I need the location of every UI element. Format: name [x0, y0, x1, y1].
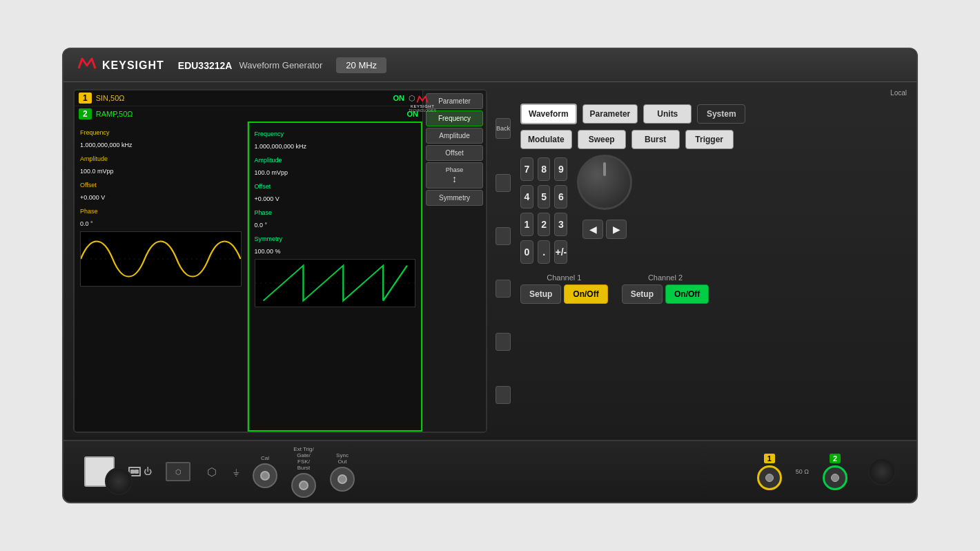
usb-port[interactable]: ⬡	[166, 462, 190, 481]
parameter-button[interactable]: Parameter	[582, 104, 638, 124]
instrument-body: KEYSIGHT EDU33212A Waveform Generator 20…	[62, 48, 918, 503]
ch2-phase-row: Phase 0.0 °	[255, 205, 416, 230]
num-dot[interactable]: .	[538, 240, 551, 264]
side-btn-2[interactable]	[496, 227, 511, 245]
ch1-onoff-button[interactable]: On/Off	[564, 284, 607, 304]
ch2-output-connector[interactable]	[823, 465, 847, 490]
menu-symmetry-btn[interactable]: Symmetry	[426, 190, 483, 206]
num-2[interactable]: 2	[538, 213, 551, 236]
trigger-button[interactable]: Trigger	[685, 130, 734, 149]
rotary-knob[interactable]	[577, 155, 632, 210]
channel-controls: Channel 1 Setup On/Off Channel 2 Setup O…	[520, 273, 907, 304]
system-button[interactable]: System	[697, 104, 745, 124]
sweep-button[interactable]: Sweep	[578, 130, 626, 149]
ch2-phase-label: Phase	[255, 209, 273, 216]
ch2-amplitude-row: Amplitude 100.0 mVpp	[255, 153, 416, 177]
cal-connector[interactable]	[253, 463, 277, 488]
menu-amplitude-btn[interactable]: Amplitude	[426, 128, 483, 144]
channel2-label: Channel 2	[648, 273, 683, 282]
ch1-phase-row: Phase 0.0 °	[80, 204, 242, 229]
ch2-symmetry-row: Symmetry 100.00 %	[255, 231, 416, 256]
num-1[interactable]: 1	[520, 213, 533, 236]
ch1-offset-label: Offset	[80, 182, 97, 188]
io-group: ⏻	[128, 467, 152, 476]
ch2-type: RAMP,50Ω	[96, 110, 133, 118]
ch1-waveform	[81, 232, 241, 286]
waveform-button[interactable]: Waveform	[520, 104, 577, 124]
numpad: 7 8 9 4 5 6 1 2 3 0 . +/-	[520, 157, 567, 264]
num-7[interactable]: 7	[520, 157, 533, 181]
resistance-label: 50 Ω	[796, 468, 809, 475]
ch2-onoff-button[interactable]: On/Off	[665, 284, 709, 304]
arrow-right-button[interactable]: ▶	[606, 220, 627, 239]
bottom-panel: ⏻ ⬡ ⬡ ⏚ Cal Ext Trig/ Gate/ FSK/ Burst S…	[63, 440, 917, 502]
ch2-output-label: 2	[830, 454, 841, 463]
ch2-frequency-row: Frequency 1.000,000,000 kHz	[255, 126, 416, 151]
ch1-setup-button[interactable]: Setup	[520, 284, 561, 304]
num-0[interactable]: 0	[520, 240, 533, 264]
channel1-label: Channel 1	[547, 273, 581, 282]
io-icons: ⏻	[128, 467, 152, 476]
ext-trig-connector-group: Ext Trig/ Gate/ FSK/ Burst	[291, 446, 316, 498]
screen-menu-panel: Parameter Frequency Amplitude Offset Pha…	[422, 90, 486, 432]
ch1-type: SIN,50Ω	[96, 94, 125, 102]
num-5[interactable]: 5	[538, 185, 551, 209]
menu-phase-btn[interactable]: Phase↕	[426, 162, 483, 188]
ch1-offset-row: Offset +0.000 V	[80, 177, 242, 202]
side-btn-5[interactable]	[496, 386, 511, 404]
rubber-foot-right	[868, 458, 896, 485]
menu-frequency-btn[interactable]: Frequency	[426, 110, 483, 126]
cal-connector-group: Cal	[253, 455, 277, 488]
keysight-icon	[77, 56, 97, 75]
sync-connector[interactable]	[330, 467, 355, 492]
ext-trig-label: Ext Trig/ Gate/ FSK/ Burst	[293, 446, 313, 471]
num-9[interactable]: 9	[554, 157, 567, 181]
side-btn-3[interactable]	[496, 280, 511, 298]
arrow-buttons: ◀ ▶	[582, 220, 627, 239]
ext-trig-connector[interactable]	[291, 473, 316, 498]
back-button[interactable]: Back	[496, 118, 511, 139]
side-btn-1[interactable]	[496, 174, 511, 192]
ch1-output-label-row: 1	[764, 454, 775, 463]
ch2-frequency-label: Frequency	[255, 130, 284, 137]
channel1-controls: Channel 1 Setup On/Off	[520, 273, 608, 304]
ch2-symmetry-value: 100.00 %	[255, 248, 281, 255]
units-button[interactable]: Units	[643, 104, 692, 124]
knob-indicator	[603, 162, 606, 176]
ch2-output-label-row: 2	[830, 454, 841, 463]
channel2-buttons: Setup On/Off	[622, 284, 709, 304]
ch1-output-group: 1	[757, 454, 782, 490]
channel2-controls: Channel 2 Setup On/Off	[622, 273, 709, 304]
ch1-phase-value: 0.0 °	[80, 220, 93, 227]
brand-name: KEYSIGHT	[102, 59, 164, 72]
cal-label: Cal	[261, 455, 269, 461]
num-3[interactable]: 3	[554, 213, 567, 236]
burst-button[interactable]: Burst	[631, 130, 680, 149]
side-buttons: Back	[494, 89, 513, 433]
control-panel: Local Waveform Parameter Units System Mo…	[520, 89, 907, 433]
num-4[interactable]: 4	[520, 185, 533, 209]
num-6[interactable]: 6	[554, 185, 567, 209]
ch1-output-label: 1	[764, 454, 775, 463]
num-8[interactable]: 8	[538, 157, 551, 181]
ch2-symmetry-label: Symmetry	[255, 235, 283, 242]
main-content: 1 SIN,50Ω ON ⬡ 2 RAMP,50Ω ON	[63, 82, 917, 440]
model-name: EDU33212A	[178, 60, 233, 71]
num-plusminus[interactable]: +/-	[554, 240, 567, 264]
ch1-frequency-label: Frequency	[80, 129, 110, 136]
ch2-amplitude-value: 100.0 mVpp	[255, 169, 288, 176]
ch1-frequency-value: 1.000,000,000 kHz	[80, 142, 133, 148]
modulate-button[interactable]: Modulate	[520, 130, 572, 149]
model-description: Waveform Generator	[239, 60, 322, 70]
arrow-left-button[interactable]: ◀	[582, 220, 603, 239]
ch2-phase-value: 0.0 °	[255, 222, 268, 229]
ch2-setup-button[interactable]: Setup	[622, 284, 663, 304]
ch1-offset-value: +0.000 V	[80, 194, 105, 201]
side-btn-4[interactable]	[496, 333, 511, 351]
ch2-amplitude-label: Amplitude	[255, 157, 282, 164]
top-ctrl-row: Waveform Parameter Units System	[520, 104, 907, 124]
ch1-output-connector[interactable]	[757, 465, 782, 490]
menu-offset-btn[interactable]: Offset	[426, 145, 483, 161]
ch1-amplitude-value: 100.0 mVpp	[80, 168, 114, 175]
ch2-offset-value: +0.000 V	[255, 195, 280, 202]
